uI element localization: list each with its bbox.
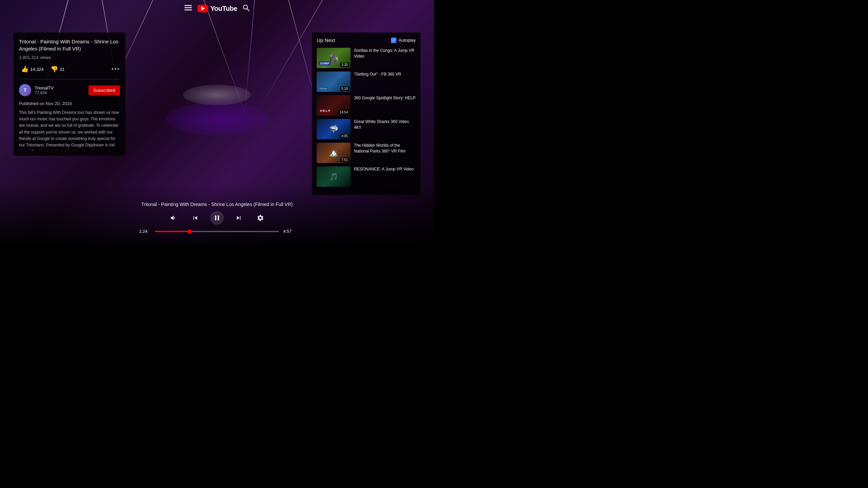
channel-avatar: T bbox=[19, 84, 31, 96]
list-item[interactable]: 🦈 4:05 Great White Sharks 360 Video 4K!! bbox=[317, 119, 416, 139]
autoplay-label: Autoplay bbox=[398, 38, 416, 43]
up-next-header: Up Next ✓ Autoplay bbox=[317, 37, 416, 43]
progress-bar[interactable] bbox=[155, 231, 279, 232]
player-controls: Tritonal - Painting With Dreams - Shrine… bbox=[0, 202, 434, 234]
actions-row: 👍 14,324 👎 31 ••• bbox=[19, 64, 120, 79]
up-next-title: Up Next bbox=[317, 37, 335, 43]
list-item[interactable]: 🏔️ 7:51 The Hidden Worlds of the Nationa… bbox=[317, 143, 416, 163]
jump-label: JUMP bbox=[319, 61, 331, 65]
volume-button[interactable] bbox=[167, 211, 180, 225]
channel-row: T TrionalTV 77,634 Subscribed bbox=[19, 84, 120, 96]
thumbs-up-icon: 👍 bbox=[21, 65, 28, 73]
list-item[interactable]: 🎵 RESONANCE: A Jump VR Video bbox=[317, 166, 416, 187]
controls-row bbox=[167, 211, 267, 225]
up-next-panel: Up Next ✓ Autoplay 🦍 JUMP 3:35 Gorillas … bbox=[312, 33, 420, 195]
like-button[interactable]: 👍 14,324 bbox=[19, 64, 46, 74]
duration-5: 7:51 bbox=[340, 158, 349, 162]
next-video-title-6: RESONANCE: A Jump VR Video bbox=[354, 166, 416, 172]
next-video-title-3: 360 Google Spotlight Story: HELP bbox=[354, 95, 416, 101]
next-video-title-1: Gorillas in the Congo: A Jump VR Video bbox=[354, 48, 416, 59]
next-video-title-2: "Getting Out" - FB 360 VR bbox=[354, 72, 416, 77]
thumbnail-1: 🦍 JUMP 3:35 bbox=[317, 48, 351, 68]
next-video-title-5: The Hidden Worlds of the National Parks … bbox=[354, 143, 416, 154]
video-info-1: Gorillas in the Congo: A Jump VR Video bbox=[354, 48, 416, 68]
channel-name: TrionalTV bbox=[35, 85, 85, 90]
thumbnail-4: 🦈 4:05 bbox=[317, 119, 351, 139]
dislike-count: 31 bbox=[60, 67, 64, 72]
channel-info: TrionalTV 77,634 bbox=[35, 85, 85, 95]
svg-point-3 bbox=[243, 5, 248, 9]
channel-subs: 77,634 bbox=[35, 90, 85, 95]
video-caption: Tritonal - Painting With Dreams - Shrine… bbox=[141, 202, 293, 207]
duration-1: 3:35 bbox=[340, 63, 349, 67]
youtube-icon bbox=[197, 5, 208, 12]
search-icon[interactable] bbox=[243, 4, 250, 13]
settings-button[interactable] bbox=[254, 211, 267, 225]
progress-thumb bbox=[188, 229, 192, 233]
list-item[interactable]: HELP 14:54 360 Google Spotlight Story: H… bbox=[317, 95, 416, 116]
info-panel: Tritonal - Painting With Dreams - Shrine… bbox=[14, 33, 125, 156]
youtube-logo[interactable]: YouTube bbox=[197, 5, 237, 13]
video-title: Tritonal - Painting With Dreams - Shrine… bbox=[19, 38, 120, 52]
help-label: HELP bbox=[319, 109, 332, 113]
thumbnail-6: 🎵 bbox=[317, 166, 351, 187]
svg-rect-0 bbox=[184, 5, 192, 6]
autoplay-checkbox[interactable]: ✓ bbox=[391, 38, 396, 43]
next-video-title-4: Great White Sharks 360 Video 4K!! bbox=[354, 119, 416, 130]
thumbnail-5: 🏔️ 7:51 bbox=[317, 143, 351, 163]
svg-rect-1 bbox=[184, 7, 192, 8]
current-time: 1:24 bbox=[139, 229, 151, 234]
description-text: This fall's Painting With Dreams tour ha… bbox=[19, 109, 120, 150]
video-info-4: Great White Sharks 360 Video 4K!! bbox=[354, 119, 416, 139]
svg-rect-2 bbox=[184, 9, 192, 11]
thumbs-down-icon: 👎 bbox=[51, 65, 58, 73]
total-time: 4:57 bbox=[283, 229, 295, 234]
subscribe-button[interactable]: Subscribed bbox=[88, 85, 120, 95]
youtube-text: YouTube bbox=[210, 5, 237, 13]
dislike-button[interactable]: 👎 31 bbox=[48, 64, 66, 74]
duration-2: 5:18 bbox=[340, 86, 349, 91]
view-count: 1,801,314 views bbox=[19, 55, 120, 60]
video-info-6: RESONANCE: A Jump VR Video bbox=[354, 166, 416, 187]
progress-fill bbox=[155, 231, 190, 232]
like-count: 14,324 bbox=[30, 67, 44, 72]
thumbnail-3: HELP 14:54 bbox=[317, 95, 351, 116]
previous-button[interactable] bbox=[189, 211, 202, 225]
pause-button[interactable] bbox=[210, 211, 224, 225]
thumbnail-2: Filmin 5:18 bbox=[317, 72, 351, 92]
list-item[interactable]: 🦍 JUMP 3:35 Gorillas in the Congo: A Jum… bbox=[317, 48, 416, 68]
more-options-button[interactable]: ••• bbox=[112, 66, 120, 73]
progress-row: 1:24 4:57 bbox=[139, 229, 295, 234]
video-info-5: The Hidden Worlds of the National Parks … bbox=[354, 143, 416, 163]
next-button[interactable] bbox=[232, 211, 245, 225]
list-item[interactable]: Filmin 5:18 "Getting Out" - FB 360 VR bbox=[317, 72, 416, 92]
autoplay-row[interactable]: ✓ Autoplay bbox=[391, 38, 416, 43]
published-date: Published on Nov 20, 2016 bbox=[19, 101, 120, 106]
video-info-2: "Getting Out" - FB 360 VR bbox=[354, 72, 416, 92]
video-info-3: 360 Google Spotlight Story: HELP bbox=[354, 95, 416, 116]
duration-3: 14:54 bbox=[338, 110, 349, 115]
duration-4: 4:05 bbox=[340, 134, 349, 138]
menu-icon[interactable] bbox=[184, 4, 192, 13]
header: YouTube bbox=[0, 0, 434, 17]
svg-line-4 bbox=[247, 9, 249, 11]
